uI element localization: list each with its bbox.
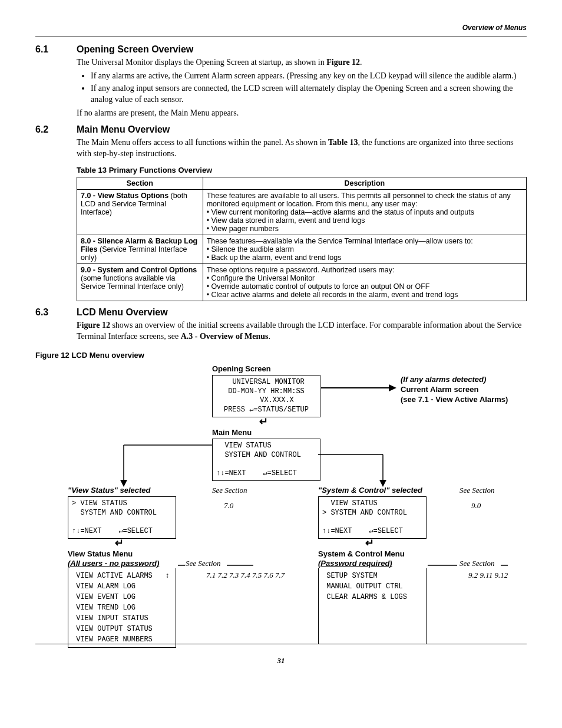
view-status-selected-label: "View Status" selected <box>68 486 150 495</box>
see-section-label: See Section <box>212 486 247 495</box>
view-status-lcd: > VIEW STATUS SYSTEM AND CONTROL ↑↓=NEXT… <box>68 496 176 539</box>
section-number: 6.3 <box>35 307 77 318</box>
figure-ref: Figure 12 <box>326 58 360 67</box>
view-status-menu-sub: (All users - no password) <box>68 559 159 568</box>
section-title: LCD Menu Overview <box>77 307 168 318</box>
sc-section-ref: 9.0 <box>471 500 481 512</box>
figure-ref: Figure 12 <box>77 321 110 330</box>
primary-functions-table: Section Description 7.0 - View Status Op… <box>77 177 527 301</box>
page-number: 31 <box>35 656 527 666</box>
list-item: If any alarms are active, the Current Al… <box>91 71 527 82</box>
system-control-section-refs: 9.2 9.11 9.12 <box>468 569 508 581</box>
enter-icon: ↵ <box>365 536 374 549</box>
text: The Universal Monitor displays the Openi… <box>77 58 326 67</box>
see-section-label: See Section <box>186 559 221 568</box>
system-control-items: SETUP SYSTEM MANUAL OUTPUT CTRL CLEAR AL… <box>318 568 427 644</box>
section-6-2-heading: 6.2 Main Menu Overview <box>35 124 527 135</box>
rule <box>178 565 190 566</box>
table-row: 9.0 - System and Control Options (some f… <box>77 264 527 301</box>
rule <box>501 565 513 566</box>
table-caption: Table 13 Primary Functions Overview <box>77 166 527 174</box>
view-status-items: VIEW ACTIVE ALARMS ↕ VIEW ALARM LOG VIEW… <box>68 568 176 648</box>
list-item: If any analog input sensors are connecte… <box>91 83 527 106</box>
section-6-1-body: The Universal Monitor displays the Openi… <box>77 57 527 118</box>
system-control-menu-sub: (Password required) <box>318 559 392 568</box>
rule <box>227 565 274 566</box>
section-title: Main Menu Overview <box>77 124 170 135</box>
system-control-lcd: VIEW STATUS > SYSTEM AND CONTROL ↑↓=NEXT… <box>318 496 427 539</box>
main-menu-label: Main Menu <box>212 428 252 437</box>
figure-caption: Figure 12 LCD Menu overview <box>35 351 527 360</box>
svg-marker-1 <box>389 384 396 391</box>
text: . <box>269 332 271 341</box>
alarm-note: (If any alarms detected) Current Alarm s… <box>401 375 508 405</box>
text: shows an overview of the initial screens… <box>77 321 522 341</box>
text: If no alarms are present, the Main Menu … <box>77 108 527 119</box>
rule <box>428 565 463 566</box>
header-rule <box>35 37 527 37</box>
section-number: 6.2 <box>35 124 77 135</box>
enter-icon: ↵ <box>259 415 268 428</box>
section-6-1-heading: 6.1 Opening Screen Overview <box>35 44 527 55</box>
opening-screen-label: Opening Screen <box>212 364 271 373</box>
section-6-3-heading: 6.3 LCD Menu Overview <box>35 307 527 318</box>
text: The Main Menu offers access to all funct… <box>77 138 328 147</box>
section-title: Opening Screen Overview <box>77 44 193 55</box>
section-6-2-body: The Main Menu offers access to all funct… <box>77 137 527 160</box>
th-section: Section <box>77 177 203 190</box>
vs-section-ref: 7.0 <box>224 500 233 512</box>
table-ref: Table 13 <box>328 138 358 147</box>
enter-icon: ↵ <box>115 536 124 549</box>
appendix-ref: A.3 - Overview of Menus <box>181 332 269 341</box>
opening-screen-lcd: UNIVERSAL MONITOR DD-MON-YY HR:MM:SS VX.… <box>212 375 320 417</box>
th-description: Description <box>203 177 526 190</box>
system-control-selected-label: "System & Control" selected <box>318 486 422 495</box>
page-header: Overview of Menus <box>35 24 527 32</box>
branch-connector <box>112 443 389 490</box>
system-control-menu-label: System & Control Menu <box>318 549 405 558</box>
arrow-right-icon <box>321 382 398 394</box>
lcd-menu-diagram: Opening Screen UNIVERSAL MONITOR DD-MON-… <box>35 364 527 641</box>
section-number: 6.1 <box>35 44 77 55</box>
section-6-3-body: Figure 12 shows an overview of the initi… <box>77 320 527 342</box>
table-row: 7.0 - View Status Options (both LCD and … <box>77 190 527 235</box>
text: . <box>360 58 362 67</box>
see-section-label: See Section <box>459 486 495 495</box>
table-row: 8.0 - Silence Alarm & Backup Log Files (… <box>77 235 527 264</box>
view-status-section-refs: 7.1 7.2 7.3 7.4 7.5 7.6 7.7 <box>206 569 285 581</box>
see-section-label: See Section <box>459 559 495 568</box>
view-status-menu-label: View Status Menu <box>68 549 133 558</box>
